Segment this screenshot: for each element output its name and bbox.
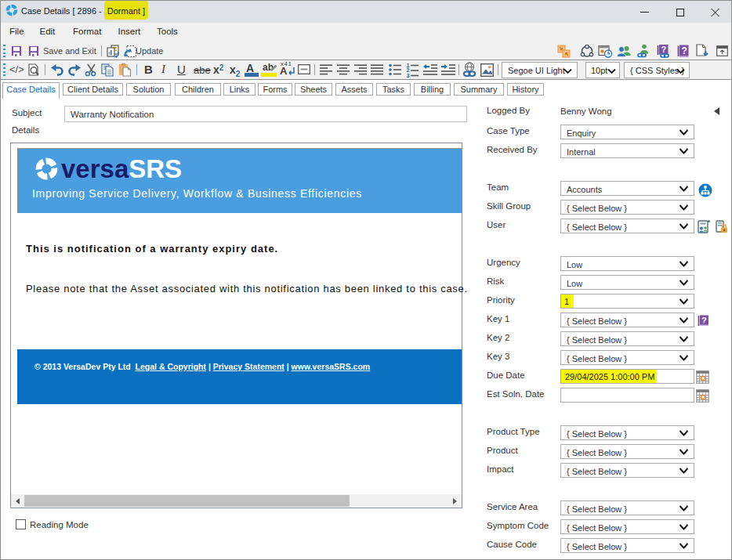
svg-text:?: ? [701, 316, 707, 325]
svg-text:3: 3 [407, 72, 410, 78]
svg-text:?: ? [661, 45, 667, 54]
svg-text:?: ? [682, 45, 687, 56]
